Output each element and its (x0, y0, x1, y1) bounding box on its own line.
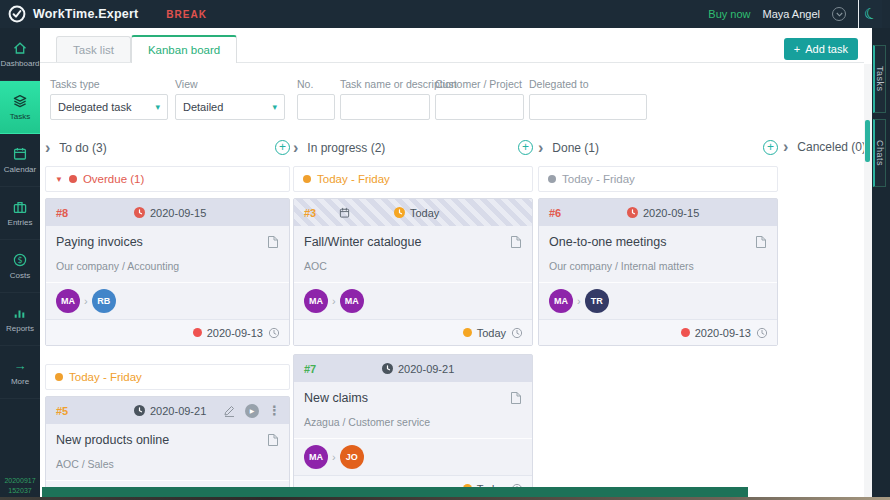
task-card-6[interactable]: #6 2020-09-15 One-to-one meetings Our co… (538, 198, 778, 346)
sidebar-item-dashboard[interactable]: Dashboard (0, 28, 40, 81)
status-dot (463, 328, 472, 337)
buy-now-link[interactable]: Buy now (708, 8, 750, 20)
due-date-text: 2020-09-15 (150, 207, 206, 219)
document-icon (755, 235, 767, 253)
card-number: #3 (304, 207, 316, 219)
card-subtitle: Our company / Internal matters (549, 260, 767, 272)
task-card-3[interactable]: #3 Today Fall/Winter catalogue (293, 198, 533, 346)
collapse-chevron-icon[interactable]: › (45, 141, 50, 155)
svg-text:$: $ (17, 256, 22, 265)
clock-icon (268, 327, 280, 339)
briefcase-icon (12, 199, 28, 215)
tab-kanban-board[interactable]: Kanban board (131, 35, 237, 63)
task-card-5[interactable]: #5 2020-09-21 ▶ ⋮ New products (45, 396, 290, 500)
task-name-label: Task name or description (340, 78, 430, 90)
task-name-input[interactable] (340, 94, 430, 120)
task-card-7[interactable]: #7 2020-09-21 New claims Azagua / Custom… (293, 354, 533, 500)
group-label: Overdue (1) (83, 173, 144, 185)
dark-mode-toggle[interactable]: ☾ (858, 0, 882, 28)
column-header-todo: › To do (3) + (45, 140, 290, 155)
card-body: Paying invoices Our company / Accounting (46, 226, 289, 282)
rail-tab-tasks[interactable]: Tasks (873, 45, 886, 113)
group-header-overdue[interactable]: ▼ Overdue (1) (45, 166, 290, 192)
filter-bar: Tasks type Delegated task ▾ View Detaile… (40, 78, 872, 124)
tab-task-list[interactable]: Task list (56, 36, 131, 62)
sidebar-item-entries[interactable]: Entries (0, 187, 40, 240)
card-title[interactable]: Fall/Winter catalogue (304, 235, 421, 249)
tasks-type-label: Tasks type (50, 78, 168, 90)
dollar-icon: $ (12, 252, 28, 268)
collapse-chevron-icon[interactable]: › (538, 141, 543, 155)
collapse-chevron-icon[interactable]: › (293, 141, 298, 155)
layers-icon (12, 93, 28, 109)
card-title[interactable]: One-to-one meetings (549, 235, 666, 249)
start-timer-icon[interactable]: ▶ (245, 404, 259, 418)
view-value: Detailed (183, 101, 223, 113)
card-subtitle: Azagua / Customer service (304, 416, 522, 428)
avatar[interactable]: MA (56, 289, 80, 313)
card-body: New products online AOC / Sales (46, 424, 289, 480)
avatar[interactable]: JO (340, 445, 364, 469)
add-card-button[interactable]: + (763, 140, 778, 155)
scrollbar-track[interactable] (864, 64, 872, 500)
card-title[interactable]: New products online (56, 433, 169, 447)
sidebar-item-costs[interactable]: $ Costs (0, 240, 40, 293)
tasks-type-select[interactable]: Delegated task ▾ (50, 94, 168, 120)
rail-tab-chats[interactable]: Chats (873, 119, 886, 187)
scrollbar-thumb[interactable] (865, 120, 870, 162)
avatar[interactable]: RB (92, 289, 116, 313)
arrow-right-icon: › (577, 295, 581, 307)
kanban-column-in-progress: Today - Friday #3 Today Fall/Winter cata… (293, 166, 533, 500)
group-header-today-friday[interactable]: Today - Friday (45, 364, 290, 390)
moon-icon: ☾ (862, 4, 879, 24)
app-logo[interactable]: WorkTime.Expert (0, 5, 138, 23)
clock-icon (511, 327, 523, 339)
user-menu-chevron-icon[interactable] (832, 7, 846, 21)
sidebar-item-reports[interactable]: Reports (0, 293, 40, 346)
delegated-to-input[interactable] (529, 94, 647, 120)
collapse-chevron-icon[interactable]: › (783, 140, 788, 154)
group-header-today-friday[interactable]: Today - Friday (293, 166, 533, 192)
user-name[interactable]: Maya Angel (763, 8, 820, 20)
customer-project-input[interactable] (435, 94, 524, 120)
avatar[interactable]: MA (304, 445, 328, 469)
right-rail: Tasks Chats (872, 28, 890, 500)
document-icon (510, 391, 522, 409)
column-title: Done (1) (552, 141, 599, 155)
collapse-triangle-icon[interactable]: ▼ (55, 175, 63, 184)
card-title[interactable]: Paying invoices (56, 235, 143, 249)
left-sidebar: Dashboard Tasks Calendar Entries $ Costs… (0, 28, 40, 500)
calendar-icon (339, 207, 350, 218)
kanban-column-done: Today - Friday #6 2020-09-15 One-to-one … (538, 166, 778, 500)
avatar[interactable]: TR (585, 289, 609, 313)
sidebar-item-calendar[interactable]: Calendar (0, 134, 40, 187)
add-card-button[interactable]: + (518, 140, 533, 155)
card-due: 2020-09-15 (134, 207, 206, 219)
sidebar-item-more[interactable]: → More (0, 346, 40, 399)
view-select[interactable]: Detailed ▾ (175, 94, 285, 120)
break-status[interactable]: BREAK (166, 9, 207, 20)
due-date-text: 2020-09-21 (150, 405, 206, 417)
add-task-button[interactable]: + Add task (784, 38, 858, 60)
card-body: One-to-one meetings Our company / Intern… (539, 226, 777, 282)
kebab-menu-icon[interactable]: ⋮ (268, 403, 281, 418)
column-title: To do (3) (59, 141, 106, 155)
column-header-in-progress: › In progress (2) + (293, 140, 533, 155)
sidebar-item-label: Costs (10, 271, 30, 280)
group-status-dot (55, 373, 63, 381)
sidebar-item-label: Entries (8, 218, 33, 227)
card-subtitle: Our company / Accounting (56, 260, 279, 272)
task-card-8[interactable]: #8 2020-09-15 Paying invoices Our compan… (45, 198, 290, 346)
avatar[interactable]: MA (340, 289, 364, 313)
arrow-right-icon: › (332, 451, 336, 463)
card-title[interactable]: New claims (304, 391, 368, 405)
avatar[interactable]: MA (304, 289, 328, 313)
edit-pencil-icon[interactable] (223, 404, 236, 417)
group-header-today-friday[interactable]: Today - Friday (538, 166, 778, 192)
document-icon (510, 235, 522, 253)
avatar[interactable]: MA (549, 289, 573, 313)
clock-icon (382, 363, 393, 374)
no-input[interactable] (297, 94, 335, 120)
add-card-button[interactable]: + (275, 140, 290, 155)
sidebar-item-tasks[interactable]: Tasks (0, 81, 40, 134)
